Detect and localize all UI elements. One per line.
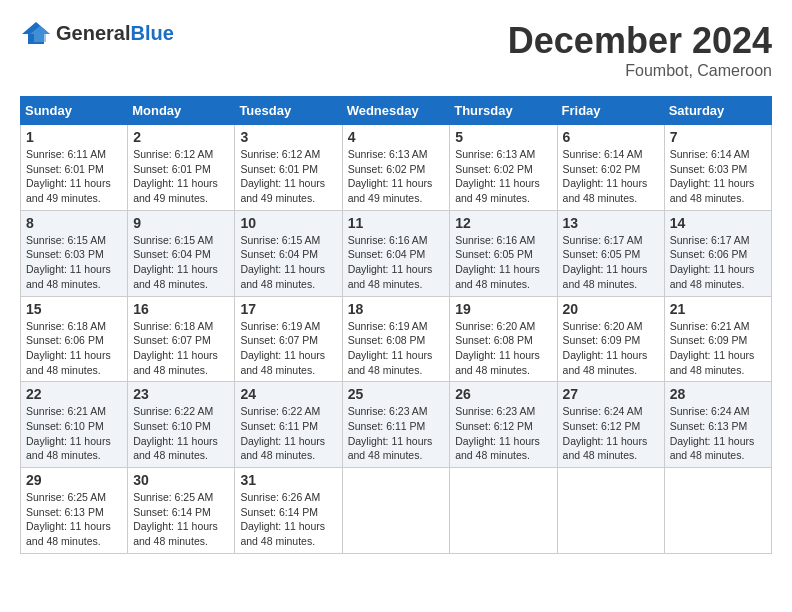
day-info: Sunrise: 6:15 AM Sunset: 6:03 PM Dayligh… <box>26 233 122 292</box>
day-info: Sunrise: 6:23 AM Sunset: 6:12 PM Dayligh… <box>455 404 551 463</box>
col-wednesday: Wednesday <box>342 97 450 125</box>
day-number: 10 <box>240 215 336 231</box>
day-info: Sunrise: 6:25 AM Sunset: 6:13 PM Dayligh… <box>26 490 122 549</box>
day-number: 30 <box>133 472 229 488</box>
logo-general: General <box>56 22 130 44</box>
day-number: 29 <box>26 472 122 488</box>
day-info: Sunrise: 6:21 AM Sunset: 6:10 PM Dayligh… <box>26 404 122 463</box>
table-row: 22 Sunrise: 6:21 AM Sunset: 6:10 PM Dayl… <box>21 382 128 468</box>
table-row: 12 Sunrise: 6:16 AM Sunset: 6:05 PM Dayl… <box>450 210 557 296</box>
table-row: 8 Sunrise: 6:15 AM Sunset: 6:03 PM Dayli… <box>21 210 128 296</box>
table-row: 4 Sunrise: 6:13 AM Sunset: 6:02 PM Dayli… <box>342 125 450 211</box>
day-info: Sunrise: 6:26 AM Sunset: 6:14 PM Dayligh… <box>240 490 336 549</box>
col-sunday: Sunday <box>21 97 128 125</box>
day-info: Sunrise: 6:18 AM Sunset: 6:07 PM Dayligh… <box>133 319 229 378</box>
day-number: 22 <box>26 386 122 402</box>
month-title: December 2024 <box>508 20 772 62</box>
day-info: Sunrise: 6:14 AM Sunset: 6:02 PM Dayligh… <box>563 147 659 206</box>
day-info: Sunrise: 6:15 AM Sunset: 6:04 PM Dayligh… <box>240 233 336 292</box>
day-info: Sunrise: 6:16 AM Sunset: 6:04 PM Dayligh… <box>348 233 445 292</box>
table-row: 18 Sunrise: 6:19 AM Sunset: 6:08 PM Dayl… <box>342 296 450 382</box>
table-row: 10 Sunrise: 6:15 AM Sunset: 6:04 PM Dayl… <box>235 210 342 296</box>
day-number: 21 <box>670 301 766 317</box>
day-number: 7 <box>670 129 766 145</box>
day-info: Sunrise: 6:17 AM Sunset: 6:06 PM Dayligh… <box>670 233 766 292</box>
table-row: 26 Sunrise: 6:23 AM Sunset: 6:12 PM Dayl… <box>450 382 557 468</box>
table-row: 28 Sunrise: 6:24 AM Sunset: 6:13 PM Dayl… <box>664 382 771 468</box>
day-number: 27 <box>563 386 659 402</box>
table-row: 21 Sunrise: 6:21 AM Sunset: 6:09 PM Dayl… <box>664 296 771 382</box>
table-row: 17 Sunrise: 6:19 AM Sunset: 6:07 PM Dayl… <box>235 296 342 382</box>
day-info: Sunrise: 6:12 AM Sunset: 6:01 PM Dayligh… <box>240 147 336 206</box>
calendar-week-row: 29 Sunrise: 6:25 AM Sunset: 6:13 PM Dayl… <box>21 468 772 554</box>
calendar-header-row: Sunday Monday Tuesday Wednesday Thursday… <box>21 97 772 125</box>
table-row: 7 Sunrise: 6:14 AM Sunset: 6:03 PM Dayli… <box>664 125 771 211</box>
table-row: 16 Sunrise: 6:18 AM Sunset: 6:07 PM Dayl… <box>128 296 235 382</box>
logo-icon <box>20 20 52 46</box>
day-info: Sunrise: 6:20 AM Sunset: 6:08 PM Dayligh… <box>455 319 551 378</box>
table-row: 14 Sunrise: 6:17 AM Sunset: 6:06 PM Dayl… <box>664 210 771 296</box>
table-row: 11 Sunrise: 6:16 AM Sunset: 6:04 PM Dayl… <box>342 210 450 296</box>
calendar-week-row: 8 Sunrise: 6:15 AM Sunset: 6:03 PM Dayli… <box>21 210 772 296</box>
day-info: Sunrise: 6:24 AM Sunset: 6:12 PM Dayligh… <box>563 404 659 463</box>
day-info: Sunrise: 6:19 AM Sunset: 6:08 PM Dayligh… <box>348 319 445 378</box>
day-number: 12 <box>455 215 551 231</box>
calendar-week-row: 1 Sunrise: 6:11 AM Sunset: 6:01 PM Dayli… <box>21 125 772 211</box>
day-number: 18 <box>348 301 445 317</box>
title-area: December 2024 Foumbot, Cameroon <box>508 20 772 80</box>
logo-blue: Blue <box>130 22 173 44</box>
day-info: Sunrise: 6:11 AM Sunset: 6:01 PM Dayligh… <box>26 147 122 206</box>
table-row: 6 Sunrise: 6:14 AM Sunset: 6:02 PM Dayli… <box>557 125 664 211</box>
day-info: Sunrise: 6:24 AM Sunset: 6:13 PM Dayligh… <box>670 404 766 463</box>
day-number: 3 <box>240 129 336 145</box>
table-row: 9 Sunrise: 6:15 AM Sunset: 6:04 PM Dayli… <box>128 210 235 296</box>
table-row: 30 Sunrise: 6:25 AM Sunset: 6:14 PM Dayl… <box>128 468 235 554</box>
day-number: 14 <box>670 215 766 231</box>
day-number: 19 <box>455 301 551 317</box>
table-row <box>342 468 450 554</box>
day-number: 1 <box>26 129 122 145</box>
day-info: Sunrise: 6:13 AM Sunset: 6:02 PM Dayligh… <box>348 147 445 206</box>
day-number: 4 <box>348 129 445 145</box>
table-row: 2 Sunrise: 6:12 AM Sunset: 6:01 PM Dayli… <box>128 125 235 211</box>
col-tuesday: Tuesday <box>235 97 342 125</box>
table-row: 19 Sunrise: 6:20 AM Sunset: 6:08 PM Dayl… <box>450 296 557 382</box>
day-number: 16 <box>133 301 229 317</box>
day-info: Sunrise: 6:18 AM Sunset: 6:06 PM Dayligh… <box>26 319 122 378</box>
day-info: Sunrise: 6:22 AM Sunset: 6:10 PM Dayligh… <box>133 404 229 463</box>
calendar-week-row: 22 Sunrise: 6:21 AM Sunset: 6:10 PM Dayl… <box>21 382 772 468</box>
table-row: 24 Sunrise: 6:22 AM Sunset: 6:11 PM Dayl… <box>235 382 342 468</box>
day-number: 11 <box>348 215 445 231</box>
day-number: 13 <box>563 215 659 231</box>
day-number: 2 <box>133 129 229 145</box>
col-saturday: Saturday <box>664 97 771 125</box>
day-info: Sunrise: 6:13 AM Sunset: 6:02 PM Dayligh… <box>455 147 551 206</box>
table-row: 3 Sunrise: 6:12 AM Sunset: 6:01 PM Dayli… <box>235 125 342 211</box>
day-info: Sunrise: 6:15 AM Sunset: 6:04 PM Dayligh… <box>133 233 229 292</box>
table-row: 15 Sunrise: 6:18 AM Sunset: 6:06 PM Dayl… <box>21 296 128 382</box>
day-info: Sunrise: 6:19 AM Sunset: 6:07 PM Dayligh… <box>240 319 336 378</box>
calendar-table: Sunday Monday Tuesday Wednesday Thursday… <box>20 96 772 554</box>
col-friday: Friday <box>557 97 664 125</box>
day-number: 26 <box>455 386 551 402</box>
day-number: 25 <box>348 386 445 402</box>
calendar-week-row: 15 Sunrise: 6:18 AM Sunset: 6:06 PM Dayl… <box>21 296 772 382</box>
day-number: 5 <box>455 129 551 145</box>
col-thursday: Thursday <box>450 97 557 125</box>
day-number: 20 <box>563 301 659 317</box>
table-row <box>450 468 557 554</box>
table-row: 1 Sunrise: 6:11 AM Sunset: 6:01 PM Dayli… <box>21 125 128 211</box>
day-info: Sunrise: 6:23 AM Sunset: 6:11 PM Dayligh… <box>348 404 445 463</box>
day-number: 28 <box>670 386 766 402</box>
day-info: Sunrise: 6:21 AM Sunset: 6:09 PM Dayligh… <box>670 319 766 378</box>
day-info: Sunrise: 6:14 AM Sunset: 6:03 PM Dayligh… <box>670 147 766 206</box>
page-header: GeneralBlue December 2024 Foumbot, Camer… <box>20 20 772 80</box>
day-info: Sunrise: 6:17 AM Sunset: 6:05 PM Dayligh… <box>563 233 659 292</box>
day-info: Sunrise: 6:25 AM Sunset: 6:14 PM Dayligh… <box>133 490 229 549</box>
day-number: 24 <box>240 386 336 402</box>
table-row <box>557 468 664 554</box>
location: Foumbot, Cameroon <box>508 62 772 80</box>
table-row: 23 Sunrise: 6:22 AM Sunset: 6:10 PM Dayl… <box>128 382 235 468</box>
table-row: 13 Sunrise: 6:17 AM Sunset: 6:05 PM Dayl… <box>557 210 664 296</box>
day-number: 23 <box>133 386 229 402</box>
